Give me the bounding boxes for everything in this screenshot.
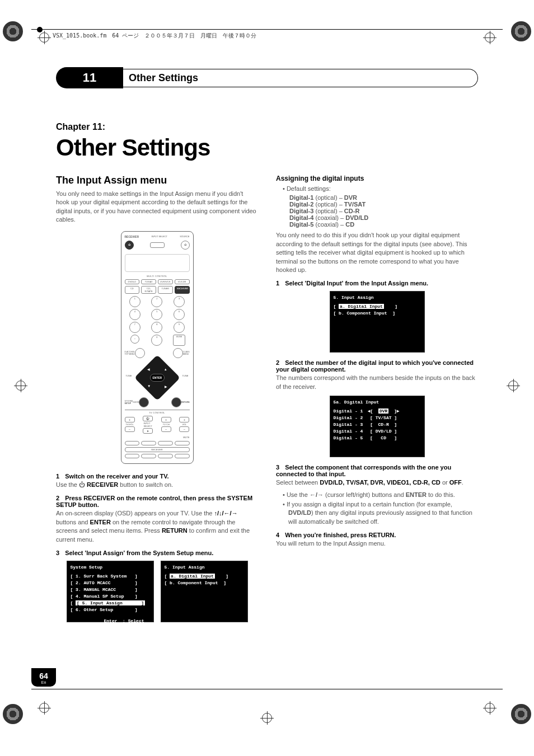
osd1-l3: [ 3. MANUAL MCACC ] <box>71 586 150 593</box>
crop-mark-br <box>511 704 531 724</box>
remote-btn-receiver: RECEIVER <box>175 286 190 294</box>
crop-mark-bl <box>3 704 23 724</box>
chapter-number-badge: 11 <box>56 67 123 88</box>
remote-btn-cdr: CD-R/TAPE <box>141 286 156 294</box>
osd-digital-input: 5a. Digital Input Digital - 1 Digital - … <box>330 396 425 457</box>
remote-tvvol-down: − <box>125 426 135 432</box>
remote-btn-tuner: TUNER <box>158 286 173 294</box>
remote-num-4: 4 <box>129 309 140 320</box>
left-step1-body: Use the ⏻ RECEIVER button to switch on. <box>56 481 258 490</box>
remote-input-btn: ▸ <box>143 428 153 434</box>
remote-daccess-topmenu: D.ACCESSTOP MENU <box>125 351 135 355</box>
left-step2-body: An on-screen display (OSD) appears on yo… <box>56 509 258 544</box>
osd1-foot2: Return : Exit <box>71 624 150 631</box>
chapter-label: Chapter 11: <box>56 122 478 132</box>
reg-mark-mr <box>508 381 518 391</box>
page-lang: En <box>31 680 56 684</box>
remote-num-1: 1 <box>129 296 140 307</box>
remote-topmenu-btn <box>135 348 145 358</box>
remote-input-power: ⏻ <box>143 416 153 421</box>
osd-input-assign-2: 5. Input Assign [ a. Digital Input ] [ b… <box>330 291 425 353</box>
remote-btn-v1cdr: V1/CDR <box>175 279 190 284</box>
right-step4-body: You will return to the Input Assign menu… <box>276 539 478 548</box>
page-number-badge: 64 En <box>31 668 56 687</box>
assigning-digital-title: Assigning the digital inputs <box>276 175 478 182</box>
remote-media-rew <box>125 454 140 458</box>
left-step3-title: 3Select 'Input Assign' from the System S… <box>56 550 258 556</box>
input-assign-intro: You only need to make settings in the In… <box>56 190 258 224</box>
remote-num-6: 6 <box>174 309 185 320</box>
caret-left-icon: ◀ <box>368 408 371 414</box>
remote-media-prev <box>125 441 140 445</box>
remote-media-pause <box>141 454 156 458</box>
reg-mark-bc <box>262 713 272 723</box>
remote-btn-tvsat: TV/SAT <box>141 279 156 284</box>
remote-num-9: 9 <box>174 322 185 333</box>
osd4-l2b: [ TV/SAT ] <box>367 415 400 421</box>
header-fileinfo: VSX_1015.book.fm 64 ページ ２００５年３月７日 月曜日 午後… <box>53 32 256 39</box>
remote-multi-control-label: MULTI CONTROL <box>125 275 190 278</box>
osd3-lb: [ b. Component Input ] <box>334 310 421 317</box>
right-step3-body: Select between DVD/LD, TV/SAT, DVR, VIDE… <box>276 478 478 487</box>
remote-receiver-bar: RECEIVER <box>125 447 190 452</box>
remote-dpad-enter: ENTER <box>150 374 165 382</box>
remote-bullet: • <box>130 335 139 344</box>
remote-media-stop <box>158 454 173 458</box>
remote-class-menu: CLASSMENU <box>183 351 189 355</box>
right-bullet1: • Use the ←/→ (cursor left/right) button… <box>283 491 478 499</box>
osd4-l4b: [ DVD/LD ] <box>367 428 400 435</box>
arrow-lr-icon: ←/→ <box>310 491 324 498</box>
dpad-right-icon: ▶ <box>164 384 167 388</box>
left-step1-title: 1Switch on the receiver and your TV. <box>56 473 258 480</box>
reg-mark-ml <box>16 381 26 391</box>
right-step3-title: 3Select the component that corresponds w… <box>276 464 478 477</box>
osd2-title: 5. Input Assign <box>165 565 244 570</box>
remote-num-5: 5 <box>151 309 162 320</box>
remote-vol-up: + <box>179 417 189 422</box>
osd4-l5b: [ CD ] <box>367 435 400 442</box>
remote-media-next <box>158 441 173 445</box>
osd1-l1: [ 1. Surr Back System ] <box>71 573 150 580</box>
osd-system-setup: System Setup [ 1. Surr Back System ] [ 2… <box>67 561 154 622</box>
crop-mark-tr <box>511 21 531 41</box>
right-body1: You only need to do this if you didn't h… <box>276 231 478 274</box>
osd4-title: 5a. Digital Input <box>334 400 421 405</box>
section-input-assign-title: The Input Assign menu <box>56 175 258 186</box>
osd4-l1a: Digital - 1 <box>334 408 363 415</box>
osd4-l3a: Digital - 3 <box>334 421 363 428</box>
right-step4-title: 4When you're finished, press RETURN. <box>276 532 478 538</box>
remote-tvch-label: TV CH <box>163 423 170 426</box>
remote-enter-small: ENTER <box>173 335 185 346</box>
remote-btn-dvdld: DVD/LD <box>125 279 140 284</box>
remote-control-diagram: RECEIVER INPUT SELECT SOURCE ⏻ ⏻ MULTI C… <box>121 231 194 464</box>
remote-input-label: INPUTSELECT <box>143 422 152 428</box>
right-step2-title: 2Select the number of the digital input … <box>276 359 478 373</box>
remote-tvch-up: + <box>161 417 171 422</box>
remote-media-fwd <box>175 454 190 458</box>
default-settings-bullet: • Default settings: <box>283 185 478 193</box>
default-d2: Digital-2 (optical) – TV/SAT <box>289 201 478 208</box>
dpad-up-icon: ▲ <box>163 368 167 371</box>
osd3-la: [ a. Digital Input ] <box>334 303 421 310</box>
default-d5: Digital-5 (coaxial) – CD <box>289 221 478 228</box>
remote-btn-cd: CD <box>125 286 140 294</box>
remote-return-btn <box>171 397 181 407</box>
osd4-l5a: Digital - 5 <box>334 435 363 442</box>
remote-num-7: 7 <box>129 322 140 333</box>
main-title: Other Settings <box>56 134 478 161</box>
right-step2-body: The numbers correspond with the numbers … <box>276 374 478 391</box>
power-icon: ⏻ <box>79 481 85 489</box>
remote-vol-down: − <box>179 426 189 432</box>
osd1-l6: [ 6. Other Setup ] <box>71 607 150 613</box>
chapter-header-title: Other Settings <box>116 69 478 87</box>
remote-num-8: 8 <box>151 322 162 333</box>
chapter-header: 11 Other Settings <box>56 67 478 88</box>
right-step1-title: 1Select 'Digital Input' from the Input A… <box>276 280 478 287</box>
osd-input-assign: 5. Input Assign [ a. Digital Input ] [ b… <box>161 561 248 622</box>
remote-setup-btn <box>139 397 149 407</box>
remote-num-3: 3 <box>174 296 185 307</box>
remote-vol-label: VOL <box>182 423 186 426</box>
osd3-title: 5. Input Assign <box>334 295 421 300</box>
footer-rule <box>31 689 503 689</box>
osd4-l3b: [ CD-R ] <box>367 421 400 428</box>
